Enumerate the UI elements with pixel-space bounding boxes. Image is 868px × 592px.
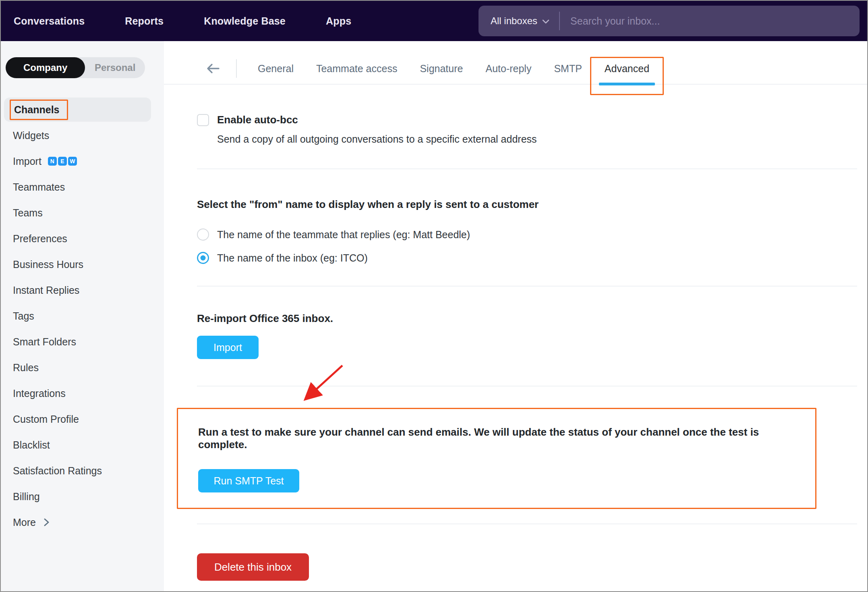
import-button[interactable]: Import: [197, 336, 259, 359]
tab-signature[interactable]: Signature: [418, 53, 464, 84]
sidebar-item-preferences[interactable]: Preferences: [1, 226, 164, 251]
auto-bcc-label: Enable auto-bcc: [217, 114, 298, 126]
active-tab-underline: [599, 83, 655, 85]
tab-label: Teammate access: [316, 63, 397, 75]
sidebar-item-business-hours[interactable]: Business Hours: [1, 251, 164, 277]
inbox-filter-label: All inboxes: [491, 15, 537, 27]
sidebar-item-integrations[interactable]: Integrations: [1, 380, 164, 406]
chevron-down-icon: [542, 19, 549, 23]
sidebar-item-label: Satisfaction Ratings: [13, 465, 102, 477]
nav-item-conversations[interactable]: Conversations: [14, 15, 85, 27]
settings-sidebar: Company Personal ChannelsWidgetsImportNE…: [1, 41, 164, 592]
sidebar-item-label: Widgets: [13, 130, 49, 141]
radio-option-2[interactable]: The name of the inbox (eg: ITCO): [197, 252, 857, 264]
inbox-filter-dropdown[interactable]: All inboxes: [491, 15, 549, 27]
sidebar-item-billing[interactable]: Billing: [1, 484, 164, 509]
inbox-settings-tabs: GeneralTeammate accessSignatureAuto-repl…: [164, 53, 867, 85]
tab-label: SMTP: [554, 63, 582, 75]
nav-item-reports[interactable]: Reports: [125, 15, 164, 27]
radio-unselected-icon[interactable]: [197, 228, 209, 241]
sidebar-item-label: Blacklist: [13, 439, 50, 451]
delete-inbox-button[interactable]: Delete this inbox: [197, 553, 309, 581]
tab-label: Auto-reply: [485, 63, 531, 75]
sidebar-item-label: Rules: [13, 362, 39, 374]
new-badge-letter: N: [48, 157, 57, 166]
from-name-section: Select the "from" name to display when a…: [197, 198, 857, 264]
tab-list: GeneralTeammate accessSignatureAuto-repl…: [256, 53, 670, 84]
sidebar-item-label: Billing: [13, 491, 40, 503]
sidebar-item-teams[interactable]: Teams: [1, 200, 164, 226]
new-badge-letter: E: [58, 157, 67, 166]
sidebar-item-label: Smart Folders: [13, 336, 76, 348]
sidebar-item-rules[interactable]: Rules: [1, 355, 164, 380]
radio-selected-icon[interactable]: [197, 252, 209, 264]
sidebar-item-label: Preferences: [13, 233, 67, 245]
sidebar-item-instant-replies[interactable]: Instant Replies: [1, 277, 164, 303]
sidebar-item-teammates[interactable]: Teammates: [1, 174, 164, 200]
sidebar-item-label: Business Hours: [13, 259, 83, 270]
tab-label: Signature: [420, 63, 463, 75]
nav-items: ConversationsReportsKnowledge BaseApps: [14, 15, 351, 27]
company-personal-toggle: Company Personal: [6, 57, 145, 78]
section-divider: [197, 523, 857, 524]
sidebar-item-channels[interactable]: Channels: [4, 98, 151, 122]
toggle-personal[interactable]: Personal: [85, 62, 145, 73]
search-input[interactable]: [570, 15, 860, 27]
annotation-box-smtp-test: Run a test to make sure your channel can…: [177, 408, 816, 509]
new-badge: NEW: [48, 157, 77, 166]
auto-bcc-description: Send a copy of all outgoing conversation…: [217, 133, 857, 145]
from-name-heading: Select the "from" name to display when a…: [197, 198, 857, 211]
tab-advanced[interactable]: Advanced: [603, 53, 651, 84]
radio-option-1[interactable]: The name of the teammate that replies (e…: [197, 228, 857, 241]
sidebar-item-blacklist[interactable]: Blacklist: [1, 432, 164, 458]
sidebar-item-label: Instant Replies: [13, 285, 79, 296]
back-button[interactable]: [206, 63, 220, 74]
radio-option-label: The name of the inbox (eg: ITCO): [217, 252, 368, 264]
sidebar-item-smart-folders[interactable]: Smart Folders: [1, 329, 164, 355]
sidebar-item-widgets[interactable]: Widgets: [1, 123, 164, 148]
from-name-options: The name of the teammate that replies (e…: [197, 228, 857, 264]
tab-auto-reply[interactable]: Auto-reply: [484, 53, 533, 84]
run-smtp-test-button[interactable]: Run SMTP Test: [198, 469, 299, 492]
sidebar-menu: ChannelsWidgetsImportNEWTeammatesTeamsPr…: [1, 98, 164, 535]
radio-option-label: The name of the teammate that replies (e…: [217, 229, 470, 241]
reimport-section: Re-import Office 365 inbox. Import: [197, 312, 857, 359]
sidebar-item-label: Integrations: [13, 388, 66, 399]
tabs-divider: [236, 59, 237, 78]
auto-bcc-checkbox[interactable]: [197, 114, 209, 126]
main-panel: GeneralTeammate accessSignatureAuto-repl…: [164, 41, 867, 592]
sidebar-item-label: Channels: [14, 104, 60, 115]
sidebar-item-satisfaction-ratings[interactable]: Satisfaction Ratings: [1, 458, 164, 484]
app-window: ConversationsReportsKnowledge BaseApps A…: [0, 0, 868, 592]
sidebar-item-tags[interactable]: Tags: [1, 303, 164, 329]
section-divider: [197, 168, 857, 169]
search-divider: [559, 12, 560, 30]
sidebar-item-label: More: [13, 517, 36, 528]
tab-label: Advanced: [605, 63, 649, 75]
sidebar-item-label: Import: [13, 156, 41, 167]
reimport-heading: Re-import Office 365 inbox.: [197, 312, 857, 325]
inbox-search-bar[interactable]: All inboxes: [479, 6, 860, 36]
sidebar-item-custom-profile[interactable]: Custom Profile: [1, 406, 164, 432]
toggle-company[interactable]: Company: [6, 57, 85, 78]
sidebar-item-label: Tags: [13, 310, 34, 322]
sidebar-item-more[interactable]: More: [1, 509, 164, 535]
auto-bcc-row: Enable auto-bcc: [197, 114, 857, 126]
sidebar-item-label: Teammates: [13, 181, 65, 193]
top-navigation-bar: ConversationsReportsKnowledge BaseApps A…: [1, 1, 867, 41]
tab-teammate-access[interactable]: Teammate access: [315, 53, 399, 84]
section-divider: [197, 286, 857, 287]
smtp-test-text: Run a test to make sure your channel can…: [198, 426, 799, 451]
sidebar-item-label: Teams: [13, 207, 43, 219]
chevron-right-icon: [43, 518, 50, 527]
tab-general[interactable]: General: [256, 53, 295, 84]
nav-item-apps[interactable]: Apps: [326, 15, 351, 27]
nav-item-knowledge-base[interactable]: Knowledge Base: [204, 15, 286, 27]
annotation-box-channels: Channels: [10, 100, 68, 120]
section-divider: [197, 386, 857, 386]
sidebar-item-label: Custom Profile: [13, 413, 79, 425]
advanced-settings-content: Enable auto-bcc Send a copy of all outgo…: [164, 114, 867, 592]
sidebar-item-import[interactable]: ImportNEW: [1, 148, 164, 174]
new-badge-letter: W: [68, 157, 77, 166]
tab-smtp[interactable]: SMTP: [552, 53, 583, 84]
